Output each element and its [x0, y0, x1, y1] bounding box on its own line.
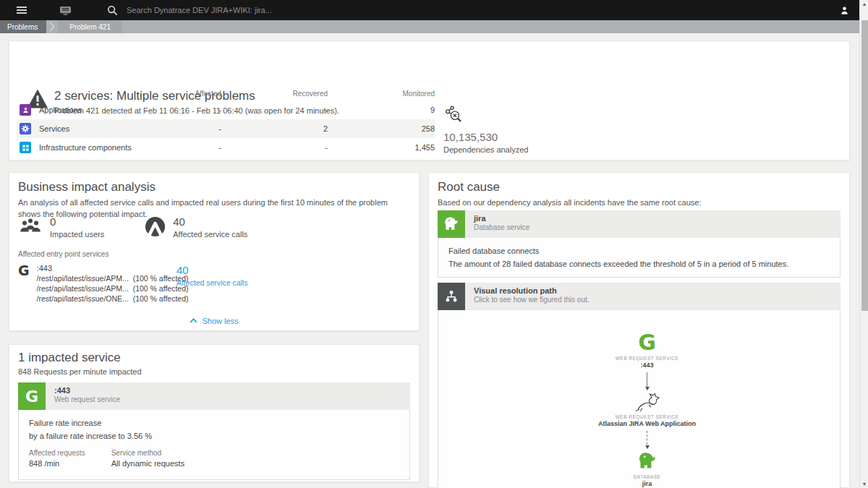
resolution-title: Visual resolution path [474, 286, 590, 295]
root-cause-card-body: Failed database connects The amount of 2… [438, 238, 841, 278]
chevron-up-icon [190, 318, 197, 323]
breadcrumb-chevron-icon [49, 20, 55, 33]
impacted-service-title: 1 impacted service [18, 351, 121, 365]
service-calls-stat: 40 Affected service calls [145, 216, 247, 239]
impacted-service-card-body: Failure rate increase by a failure rate … [18, 410, 410, 480]
impacted-service-card: G :443 Web request service Failure rate … [18, 382, 410, 480]
problem-name: Failure rate increase [29, 419, 399, 427]
entry-point-path: /rest/api/latest/issue/APM... (100 % aff… [37, 284, 189, 293]
root-cause-description: Based on our dependency analysis all inc… [438, 197, 835, 209]
people-group-icon [18, 216, 43, 236]
dependency-arrow [647, 372, 647, 390]
node-name[interactable]: jira [642, 480, 652, 487]
impacted-service-card-header[interactable]: G :443 Web request service [18, 382, 410, 410]
entry-calls-value: 40 [176, 264, 247, 276]
search-icon [107, 5, 118, 16]
applications-icon [20, 104, 31, 116]
org-tree-icon [438, 283, 465, 310]
node-name[interactable]: :443 [640, 361, 653, 369]
impacted-service-panel: 1 impacted service 848 Requests per minu… [9, 344, 420, 482]
impacted-service-subtitle: 848 Requests per minute impacted [18, 367, 142, 378]
table-row-services[interactable]: Services - 2 258 [17, 119, 435, 138]
tomcat-cat-icon[interactable] [632, 392, 663, 412]
service-name: jira [474, 214, 529, 223]
node-type-label: DATABASE [634, 474, 661, 479]
table-row-applications[interactable]: Applications - - 9 [17, 100, 435, 119]
root-cause-card: jira Database service Failed database co… [438, 210, 841, 278]
problem-detail: by a failure rate increase to 3.56 % [29, 432, 399, 440]
service-name: :443 [54, 386, 120, 395]
business-impact-panel: Business impact analysis An analysis of … [9, 172, 420, 331]
service-type: Web request service [54, 395, 120, 403]
metric-affected-requests: Affected requests 848 /min [29, 449, 85, 468]
web-request-service-icon: G [18, 264, 30, 303]
breadcrumb-problems[interactable]: Problems [0, 20, 46, 33]
entry-point-name[interactable]: :443 [37, 264, 189, 273]
impact-stats: 0 Impacted users 40 Affected service cal… [18, 216, 247, 239]
dynatrace-problem-page: Problems Problem 421 2 services: Multipl… [0, 0, 868, 488]
service-type: Database service [474, 223, 529, 231]
hamburger-icon [17, 7, 27, 14]
root-cause-panel: Root cause Based on our dependency analy… [428, 172, 850, 488]
impacted-users-stat: 0 Impacted users [18, 216, 104, 239]
root-cause-title: Root cause [438, 180, 500, 194]
monitor-icon [59, 5, 72, 16]
web-request-service-icon: G [18, 382, 46, 410]
show-less-row: Show less [9, 316, 419, 325]
user-button[interactable] [840, 0, 849, 20]
node-type-label: WEB REQUEST SERVICE [616, 356, 679, 361]
visual-resolution-header[interactable]: Visual resolution path Click to see how … [438, 283, 841, 310]
user-icon [840, 6, 849, 15]
scroll-down-icon[interactable]: ▼ [860, 481, 868, 487]
node-type-label: WEB REQUEST SERVICE [616, 414, 679, 419]
resolution-diagram: G WEB REQUEST SERVICE :443 WEB REQUEST S… [438, 332, 840, 487]
menu-button[interactable] [0, 0, 43, 20]
business-impact-title: Business impact analysis [18, 180, 156, 194]
impacted-users-label: Impacted users [50, 230, 104, 239]
search-input[interactable] [127, 6, 358, 14]
vertical-scrollbar[interactable]: ▲ ▼ [859, 0, 868, 488]
entry-point-service: G :443 /rest/api/latest/issue/APM... (10… [18, 264, 189, 303]
impacted-users-value: 0 [50, 216, 104, 228]
entity-table-header: Affected Recovered Monitored [17, 86, 435, 100]
infrastructure-icon [20, 142, 31, 153]
entry-calls-link[interactable]: Affected service calls [176, 278, 247, 287]
entry-points-label: Affected entry point services [18, 250, 109, 258]
global-search [107, 5, 358, 16]
dependencies-analyzed: 10,135,530 Dependencies analyzed [443, 105, 528, 154]
visual-resolution-card: Visual resolution path Click to see how … [438, 283, 841, 488]
entry-point-path: /rest/api/latest/issue/APM... (100 % aff… [37, 274, 189, 283]
entry-point-path: /rest/api/latest/issue/ONE... (100 % aff… [37, 294, 189, 303]
service-calls-label: Affected service calls [173, 230, 247, 239]
dependencies-label: Dependencies analyzed [443, 145, 528, 154]
services-icon [20, 123, 31, 134]
dependency-arrow [647, 431, 647, 448]
problem-name: Failed database connects [448, 247, 830, 255]
dependencies-count: 10,135,530 [443, 131, 528, 143]
scrollbar-thumb[interactable] [861, 20, 868, 311]
entry-point-calls: 40 Affected service calls [176, 264, 247, 287]
resolution-subtitle: Click to see how we figured this out. [474, 296, 590, 304]
breadcrumb: Problems Problem 421 [0, 20, 859, 33]
entity-table: Affected Recovered Monitored Application… [17, 86, 435, 157]
resolution-diagram-body: G WEB REQUEST SERVICE :443 WEB REQUEST S… [438, 310, 841, 488]
top-bar [0, 0, 859, 20]
breadcrumb-problem-421[interactable]: Problem 421 [58, 20, 122, 33]
web-request-service-node-icon[interactable]: G [638, 332, 656, 354]
problem-detail: The amount of 28 failed database connect… [448, 260, 830, 268]
service-calls-value: 40 [173, 216, 247, 228]
node-name[interactable]: Atlassian JIRA Web Application [598, 420, 696, 427]
table-row-infrastructure[interactable]: Infrastructure components - - 1,455 [17, 138, 435, 157]
postgres-elephant-icon[interactable] [637, 450, 658, 472]
dependencies-icon [443, 105, 528, 125]
database-service-icon [438, 210, 465, 238]
metric-service-method: Service method All dynamic requests [111, 449, 185, 468]
scroll-up-icon[interactable]: ▲ [860, 1, 868, 7]
service-metrics: Affected requests 848 /min Service metho… [29, 449, 399, 468]
problem-summary-panel: 2 services: Multiple service problems Pr… [9, 40, 850, 160]
apps-button[interactable] [43, 0, 87, 20]
show-less-button[interactable]: Show less [190, 317, 238, 325]
root-cause-card-header[interactable]: jira Database service [438, 210, 841, 238]
service-circle-icon [145, 216, 166, 237]
